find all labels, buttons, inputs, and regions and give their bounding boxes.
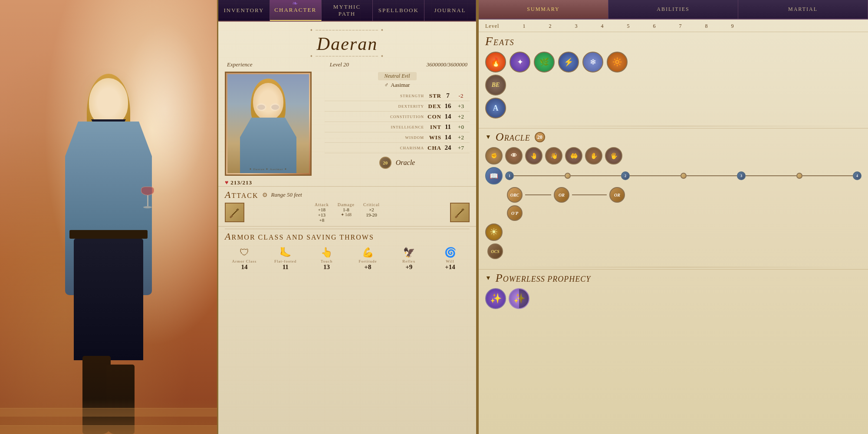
touch-stat: 👆 Touch 13: [307, 247, 346, 271]
int-full-label: INTELLIGENCE: [327, 125, 426, 129]
stat-row-int: INTELLIGENCE INT 11 +0: [325, 122, 470, 132]
oracle-golden-row: ☀: [485, 224, 861, 241]
feat-icon-purple[interactable]: ✦: [510, 52, 530, 72]
feat-icon-blue-purple[interactable]: ⚡: [558, 52, 579, 72]
badge-or-2[interactable]: OR: [609, 187, 625, 203]
char-pants: [74, 239, 143, 360]
feat-icon-blue-light[interactable]: ❄: [582, 52, 603, 72]
wis-abbrev: WIS: [426, 134, 441, 141]
feats-row-2: BE: [485, 75, 861, 95]
prophecy-icon-partial[interactable]: ✨: [509, 288, 529, 309]
prog-node-4: 4: [853, 171, 861, 180]
feat-icon-orange[interactable]: 🔆: [607, 52, 628, 72]
fortitude-stat: 💪 Fortitude +8: [348, 247, 387, 271]
sub-tab-summary[interactable]: SUMMARY: [479, 0, 608, 19]
feats-section: FEATS 🔥 ✦ 🌿 ⚡ ❄ 🔆 BE A: [479, 32, 868, 124]
tab-mythic-path[interactable]: MYTHIC PATH: [322, 0, 373, 21]
prog-line-1a: [514, 175, 565, 176]
tab-character[interactable]: ❧ CHARACTER: [270, 0, 322, 21]
armor-stats-row: 🛡 Armor Class 14 🦶 Flat-footed 11 👆 Touc…: [225, 245, 470, 273]
oracle-feat-hand5[interactable]: 🖐: [605, 147, 622, 164]
portrait-eye-left: [257, 105, 265, 110]
divider-1: [485, 126, 861, 126]
attack-label: Attack: [315, 202, 329, 207]
flat-footed-value: 11: [266, 263, 305, 271]
feat-icon-be[interactable]: BE: [485, 75, 506, 95]
fortitude-value: +8: [348, 263, 387, 271]
fortitude-label: Fortitude: [348, 259, 387, 263]
attack-range-icon: ⚙: [262, 191, 268, 199]
badge-orc-1[interactable]: ORC: [507, 187, 523, 203]
character-tab-label: CHARACTER: [274, 7, 316, 13]
oracle-feat-fist[interactable]: ✊: [485, 147, 503, 164]
con-value: 14: [441, 113, 454, 120]
flat-footed-stat: 🦶 Flat-footed 11: [266, 247, 305, 271]
armor-section: ARMOR CLASS AND SAVING THROWS 🛡 Armor Cl…: [218, 226, 476, 275]
badge-ocs[interactable]: OCS: [487, 243, 503, 259]
character-name-section: ✦ ─────────────────── ✦ Daeran ✦ ───────…: [218, 22, 476, 60]
flat-footed-label: Flat-footed: [266, 259, 305, 263]
critical-label: Critical: [363, 202, 380, 207]
prog-dot-1: [565, 173, 571, 179]
cha-value: 24: [441, 144, 454, 151]
prophecy-icon-1[interactable]: ✨: [485, 288, 506, 309]
level-numbers: 1 2 3 4 5 6 7 8 9: [511, 23, 861, 30]
prog-node-1: 1: [505, 171, 514, 180]
tab-inventory[interactable]: INVENTORY: [218, 0, 270, 21]
feat-icon-green[interactable]: 🌿: [534, 52, 555, 72]
armor-class-icon: 🛡: [225, 247, 264, 258]
oracle-section: ▼ ORACLE 20 ✊ 👁 🤚 👋 🤲 ✋ 🖐 📖 1: [479, 128, 868, 265]
str-abbrev: STR: [426, 92, 441, 99]
health-display: 213/213: [230, 179, 252, 186]
prophecy-first-letter: P: [496, 272, 503, 284]
int-abbrev: INT: [426, 124, 441, 131]
feat-icon-fire[interactable]: 🔥: [485, 52, 506, 72]
oracle-book-icon[interactable]: 📖: [485, 167, 503, 184]
oracle-feat-hand2[interactable]: 👋: [545, 147, 562, 164]
tab-spellbook[interactable]: SPELLBOOK: [373, 0, 424, 21]
oracle-badges-row-2: O'P: [485, 205, 861, 221]
armor-class-value: 14: [225, 263, 264, 271]
name-decorative-script: ✦ ─────────────────── ✦: [227, 28, 467, 32]
prog-node-3: 3: [737, 171, 746, 180]
cha-full-label: CHARISMA: [327, 146, 426, 150]
level-num-7: 7: [667, 23, 694, 30]
oracle-feat-eye[interactable]: 👁: [505, 147, 523, 164]
oracle-feat-hand3[interactable]: 🤲: [565, 147, 582, 164]
prog-line-1b: [571, 175, 621, 176]
top-navigation: INVENTORY ❧ CHARACTER MYTHIC PATH SPELLB…: [218, 0, 476, 22]
name-underscript: ✦ ─────────────────── ✦: [227, 54, 467, 58]
oracle-feat-hand1[interactable]: 🤚: [525, 147, 542, 164]
prophecy-chevron: ▼: [485, 275, 491, 282]
oracle-golden-icon[interactable]: ☀: [485, 224, 503, 241]
attack-stat-attack: Attack +18 +13 +8: [315, 202, 329, 223]
badge-op[interactable]: O'P: [507, 205, 523, 221]
level-header-label: Level: [485, 23, 511, 30]
badge-line-1: [525, 194, 551, 195]
damage-value-1: 1-8: [338, 207, 355, 212]
badge-line-2: [572, 194, 607, 195]
feat-icon-a[interactable]: A: [485, 98, 506, 118]
journal-tab-label: JOURNAL: [434, 7, 466, 14]
stat-row-con: CONSTITUTION CON 14 +2: [325, 112, 470, 122]
oracle-progression-row-1: 📖 1 2 3 4: [485, 167, 861, 184]
oracle-feat-hand4[interactable]: ✋: [585, 147, 602, 164]
tab-journal[interactable]: JOURNAL: [424, 0, 476, 21]
damage-label: Damage: [338, 202, 355, 207]
weapon-icon-box-1: [225, 203, 244, 222]
attack-weapons-row: Attack +18 +13 +8 Damage 1-8 ✦ 1d8 Criti: [218, 202, 476, 226]
con-modifier: +2: [454, 113, 467, 120]
weapon-item-1: [225, 203, 244, 222]
armor-title: ARMOR CLASS AND SAVING THROWS: [225, 231, 374, 242]
armor-class-stat: 🛡 Armor Class 14: [225, 247, 264, 271]
reflex-value: +9: [389, 263, 428, 271]
attack-range-text: Range 50 feet: [271, 191, 302, 198]
level-num-3: 3: [563, 23, 589, 30]
stat-row-wis: WISDOM WIS 14 +2: [325, 132, 470, 143]
critical-value-2: 19-20: [363, 212, 380, 217]
oracle-title: ▼ ORACLE 20: [485, 131, 861, 144]
sub-tab-martial[interactable]: MARTIAL: [738, 0, 868, 19]
sub-tab-abilities[interactable]: ABILITIES: [608, 0, 738, 19]
badge-or-1[interactable]: OR: [554, 187, 569, 203]
armor-section-header: ARMOR CLASS AND SAVING THROWS: [225, 229, 470, 245]
